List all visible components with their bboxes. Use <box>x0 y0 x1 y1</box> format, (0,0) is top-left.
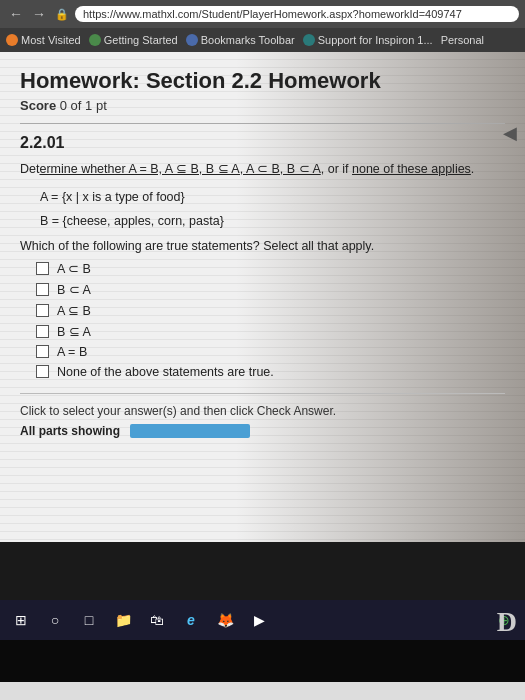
white-strip <box>0 682 525 700</box>
bookmark-label: Getting Started <box>104 34 178 46</box>
problem-number: 2.2.01 <box>20 134 505 152</box>
back-button[interactable]: ← <box>6 6 26 22</box>
bookmark-icon-support <box>303 34 315 46</box>
checkbox-6[interactable] <box>36 365 49 378</box>
url-bar[interactable]: https://www.mathxl.com/Student/PlayerHom… <box>75 6 519 22</box>
checkbox-5[interactable] <box>36 345 49 358</box>
bookmark-support[interactable]: Support for Inspiron 1... <box>303 34 433 46</box>
bookmark-getting-started[interactable]: Getting Started <box>89 34 178 46</box>
click-instruction: Click to select your answer(s) and then … <box>20 393 505 418</box>
browser-chrome: ← → 🔒 https://www.mathxl.com/Student/Pla… <box>0 0 525 52</box>
score-line: Score 0 of 1 pt <box>20 98 505 113</box>
bookmark-icon-most-visited <box>6 34 18 46</box>
bookmark-icon-toolbar <box>186 34 198 46</box>
file-explorer-button[interactable]: 📁 <box>108 606 138 634</box>
all-parts-row: All parts showing <box>20 424 505 438</box>
bookmark-label: Bookmarks Toolbar <box>201 34 295 46</box>
option-label-1: A ⊂ B <box>57 261 91 276</box>
set-a-definition: A = {x | x is a type of food} <box>40 187 505 207</box>
option-row-1[interactable]: A ⊂ B <box>36 261 505 276</box>
task-view-button[interactable]: □ <box>74 606 104 634</box>
windows-icon: ⊞ <box>15 612 27 628</box>
checkbox-2[interactable] <box>36 283 49 296</box>
option-row-2[interactable]: B ⊂ A <box>36 282 505 297</box>
option-row-5[interactable]: A = B <box>36 345 505 359</box>
problem-instruction: Determine whether A = B, A ⊆ B, B ⊆ A, A… <box>20 160 505 179</box>
search-button[interactable]: ○ <box>40 606 70 634</box>
firefox-icon: 🦊 <box>217 612 234 628</box>
score-value: 0 of 1 pt <box>60 98 107 113</box>
edge-button[interactable]: e <box>176 606 206 634</box>
option-row-3[interactable]: A ⊆ B <box>36 303 505 318</box>
search-circle-icon: ○ <box>51 612 59 628</box>
bookmark-label: Most Visited <box>21 34 81 46</box>
store-button[interactable]: 🛍 <box>142 606 172 634</box>
bookmark-icon-getting-started <box>89 34 101 46</box>
option-row-6[interactable]: None of the above statements are true. <box>36 365 505 379</box>
option-label-4: B ⊆ A <box>57 324 91 339</box>
edge-icon: e <box>187 612 195 628</box>
media-button[interactable]: ▶ <box>244 606 274 634</box>
question-text: Which of the following are true statemen… <box>20 239 505 253</box>
bookmark-most-visited[interactable]: Most Visited <box>6 34 81 46</box>
forward-button[interactable]: → <box>29 6 49 22</box>
taskbar: ⊞ ○ □ 📁 🛍 e 🦊 ▶ ⊕ <box>0 600 525 640</box>
option-label-3: A ⊆ B <box>57 303 91 318</box>
answer-options: A ⊂ B B ⊂ A A ⊆ B B ⊆ A A = B None of th… <box>36 261 505 379</box>
next-arrow[interactable]: ◀ <box>503 122 517 144</box>
checkbox-1[interactable] <box>36 262 49 275</box>
bottom-d-letter: D <box>497 606 517 638</box>
all-parts-label: All parts showing <box>20 424 120 438</box>
progress-bar <box>130 424 250 438</box>
lock-icon: 🔒 <box>55 8 69 21</box>
task-view-icon: □ <box>85 612 93 628</box>
folder-icon: 📁 <box>115 612 132 628</box>
media-icon: ▶ <box>254 612 265 628</box>
nav-bar: ← → 🔒 https://www.mathxl.com/Student/Pla… <box>0 0 525 28</box>
set-b-definition: B = {cheese, apples, corn, pasta} <box>40 211 505 231</box>
start-button[interactable]: ⊞ <box>6 606 36 634</box>
bookmark-label: Personal <box>441 34 484 46</box>
page-title: Homework: Section 2.2 Homework <box>20 68 505 94</box>
divider <box>20 123 505 124</box>
bookmark-label: Support for Inspiron 1... <box>318 34 433 46</box>
option-label-6: None of the above statements are true. <box>57 365 274 379</box>
nav-buttons: ← → <box>6 6 49 22</box>
firefox-button[interactable]: 🦊 <box>210 606 240 634</box>
option-label-5: A = B <box>57 345 87 359</box>
store-icon: 🛍 <box>150 612 164 628</box>
option-row-4[interactable]: B ⊆ A <box>36 324 505 339</box>
content-area: ◀ Homework: Section 2.2 Homework Score 0… <box>0 52 525 542</box>
score-label: Score <box>20 98 56 113</box>
bookmarks-bar: Most Visited Getting Started Bookmarks T… <box>0 28 525 52</box>
checkbox-4[interactable] <box>36 325 49 338</box>
bookmark-toolbar[interactable]: Bookmarks Toolbar <box>186 34 295 46</box>
page-content: Homework: Section 2.2 Homework Score 0 o… <box>0 52 525 454</box>
checkbox-3[interactable] <box>36 304 49 317</box>
option-label-2: B ⊂ A <box>57 282 91 297</box>
bookmark-personal[interactable]: Personal <box>441 34 484 46</box>
